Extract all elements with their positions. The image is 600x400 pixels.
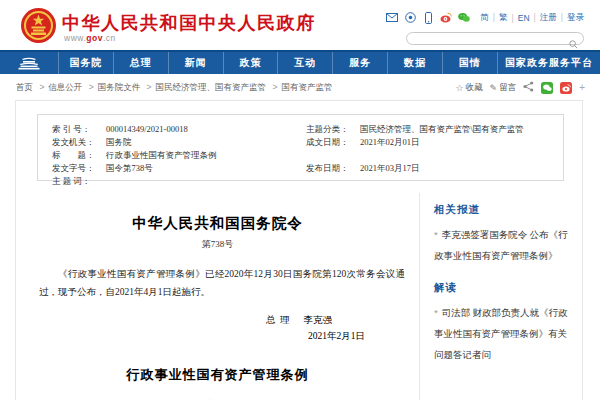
meta-label-publish-date: 发布日期： (306, 162, 360, 175)
crumb-home[interactable]: 首页 (16, 82, 33, 92)
nav-item-zhengwu-platform[interactable]: 国家政务服务平台 (497, 52, 600, 74)
meta-row-issuer: 发文机关：国务院 (52, 136, 217, 149)
meta-value-written-date: 2021年02月01日 (360, 137, 420, 147)
main-nav: 国务院 总理 新闻 政策 互动 服务 数据 国情 国家政务服务平台 (0, 50, 600, 74)
nav-item-fuwu[interactable]: 服务 (332, 52, 387, 74)
signer-role: 总 理 (266, 315, 290, 325)
meta-row-publish-date: 发布日期：2021年03月17日 (306, 162, 524, 175)
weibo-icon[interactable] (440, 12, 452, 24)
signer-line: 总 理李克强 (16, 314, 419, 327)
decree-paragraph: 《行政事业性国有资产管理条例》已经2020年12月30日国务院第120次常务会议… (39, 266, 405, 301)
site-title: 中华人民共和国中央人民政府 (62, 11, 316, 35)
sign-date: 2021年2月1日 (16, 330, 419, 343)
lang-simplified[interactable]: 简 (480, 12, 489, 24)
nav-item-hudong[interactable]: 互动 (277, 52, 332, 74)
document-metadata-box: 索 引 号：000014349/2021-00018 发文机关：国务院 标 题：… (37, 114, 564, 181)
share-icon[interactable] (523, 81, 534, 94)
meta-label-doc-number: 发文字号： (52, 162, 106, 175)
decree-number: 第738号 (16, 238, 419, 251)
mail-icon[interactable] (386, 12, 398, 24)
site-header: 中华人民共和国中央人民政府 www.gov.cn 简 繁 EN 注册 (0, 0, 600, 50)
wechat-icon[interactable] (458, 12, 470, 24)
nav-item-zhengce[interactable]: 政策 (223, 52, 278, 74)
interpretation-heading: 解读 (434, 281, 571, 295)
wechat-share-button[interactable] (541, 82, 553, 94)
meta-label-index: 索 引 号： (52, 123, 106, 136)
page: 中华人民共和国中央人民政府 www.gov.cn 简 繁 EN 注册 (0, 0, 600, 400)
meta-value-title: 行政事业性国有资产管理条例 (106, 150, 217, 160)
metadata-left-column: 索 引 号：000014349/2021-00018 发文机关：国务院 标 题：… (52, 123, 217, 188)
meta-value-index: 000014349/2021-00018 (106, 124, 188, 134)
comment-button[interactable]: ✎留言 (490, 82, 517, 94)
meta-row-written-date: 成文日期：2021年02月01日 (306, 136, 524, 149)
client-app-icon[interactable] (404, 12, 416, 24)
crumb-state-council-docs[interactable]: 国务院文件 (85, 82, 140, 92)
crumb-info-disclosure[interactable]: 信息公开 (35, 82, 82, 92)
decree-title: 中华人民共和国国务院令 (16, 214, 419, 233)
crumb-category[interactable]: 国民经济管理、国有资产监管 (143, 82, 266, 92)
interpretation-link[interactable]: 司法部 财政部负责人就《行政事业性国有资产管理条例》有关问题答记者问 (434, 302, 571, 366)
nav-item-guoqing[interactable]: 国情 (442, 52, 497, 74)
site-url-gov: gov (86, 33, 103, 43)
related-report-link[interactable]: 李克强签署国务院令 公布《行政事业性国有资产管理条例》 (434, 224, 571, 267)
crumb-current: 国有资产监管 (268, 82, 332, 92)
more-share-button[interactable]: + (579, 82, 585, 93)
nav-item-xinwen[interactable]: 新闻 (168, 52, 223, 74)
login-link[interactable]: 登录 (557, 12, 584, 24)
home-tiananmen-icon[interactable] (0, 52, 58, 74)
national-emblem-icon[interactable] (21, 8, 56, 47)
meta-row-doc-number: 发文字号：国令第738号 (52, 162, 217, 175)
document-body: 中华人民共和国国务院令 第738号 《行政事业性国有资产管理条例》已经2020年… (16, 181, 419, 400)
signer-name: 李克强 (304, 315, 333, 325)
meta-row-category: 主题分类：国民经济管理、国有资产监管\国有资产监管 (306, 123, 524, 136)
related-sidebar: 相关报道 李克强签署国务院令 公布《行政事业性国有资产管理条例》 解读 司法部 … (419, 193, 583, 400)
meta-value-doc-number: 国令第738号 (106, 163, 153, 173)
meta-label-issuer: 发文机关： (52, 136, 106, 149)
nav-item-zongli[interactable]: 总理 (113, 52, 168, 74)
comment-label: 留言 (499, 82, 516, 94)
meta-value-publish-date: 2021年03月17日 (360, 163, 420, 173)
weibo-share-button[interactable] (560, 82, 572, 94)
favorite-button[interactable]: ☆收藏 (456, 82, 483, 94)
lang-links: 简 繁 EN 注册 登录 (480, 12, 584, 24)
content-container: 索 引 号：000014349/2021-00018 发文机关：国务院 标 题：… (15, 100, 583, 400)
page-tools: ☆收藏 ✎留言 + (456, 81, 585, 94)
register-link[interactable]: 注册 (530, 12, 557, 24)
search-box (406, 32, 584, 45)
header-tools: 简 繁 EN 注册 登录 (386, 11, 584, 24)
metadata-right-column: 主题分类：国民经济管理、国有资产监管\国有资产监管 成文日期：2021年02月0… (306, 123, 524, 175)
star-icon: ☆ (456, 83, 464, 93)
lang-english[interactable]: EN (508, 13, 530, 23)
meta-value-category: 国民经济管理、国有资产监管\国有资产监管 (360, 124, 524, 134)
favorite-label: 收藏 (466, 82, 483, 94)
meta-row-index: 索 引 号：000014349/2021-00018 (52, 123, 217, 136)
meta-row-title: 标 题：行政事业性国有资产管理条例 (52, 149, 217, 162)
search-input[interactable] (415, 33, 565, 44)
nav-item-shuju[interactable]: 数据 (387, 52, 442, 74)
meta-label-written-date: 成文日期： (306, 136, 360, 149)
mobile-icon[interactable] (422, 12, 434, 24)
meta-value-issuer: 国务院 (106, 137, 132, 147)
meta-label-category: 主题分类： (306, 123, 360, 136)
breadcrumb: 首页 信息公开 国务院文件 国民经济管理、国有资产监管 国有资产监管 (16, 82, 332, 94)
meta-label-title: 标 题： (52, 149, 106, 162)
related-reports-heading: 相关报道 (434, 203, 571, 217)
breadcrumb-bar: 首页 信息公开 国务院文件 国民经济管理、国有资产监管 国有资产监管 ☆收藏 ✎… (0, 79, 600, 96)
site-url-www: www. (64, 33, 86, 43)
site-url-cn: .cn (103, 33, 116, 43)
site-url: www.gov.cn (64, 33, 116, 43)
nav-item-guowuyuan[interactable]: 国务院 (58, 52, 113, 74)
lang-traditional[interactable]: 繁 (489, 12, 508, 24)
regulation-title: 行政事业性国有资产管理条例 (16, 366, 419, 384)
pencil-icon: ✎ (490, 83, 498, 93)
